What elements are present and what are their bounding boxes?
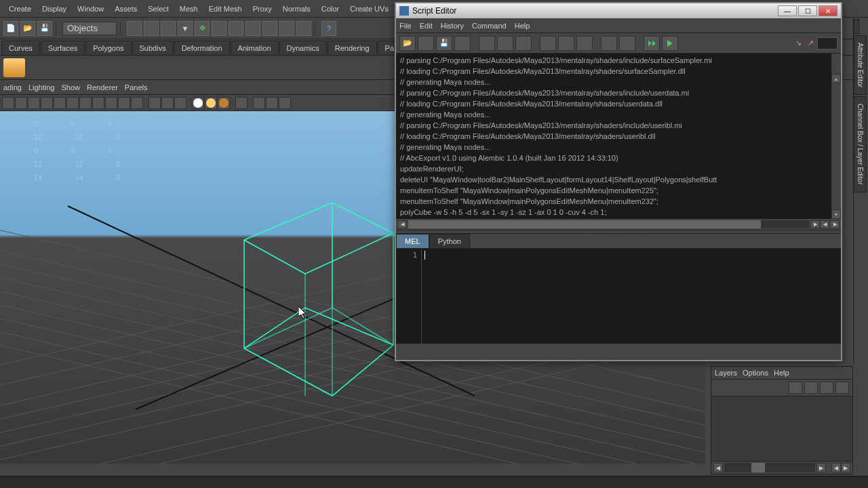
shelf-tab-deformation[interactable]: Deformation <box>174 41 230 55</box>
vp-tool-icon[interactable] <box>118 97 130 109</box>
layers-list[interactable] <box>711 396 852 461</box>
snap-grid-icon[interactable] <box>245 21 260 36</box>
layers-scrollbar[interactable]: ◀ ▶ ◀ ▶ <box>711 461 852 474</box>
menu-assets[interactable]: Assets <box>109 2 142 16</box>
save-script-icon[interactable]: 💾 <box>436 36 452 51</box>
vp-tool-icon[interactable] <box>92 97 104 109</box>
clear-all-icon[interactable] <box>515 36 532 51</box>
shelf-tab-surfaces[interactable]: Surfaces <box>41 41 85 55</box>
snap-point-icon[interactable] <box>279 21 294 36</box>
vp-tool-icon[interactable] <box>15 97 27 109</box>
script-editor-titlebar[interactable]: Script Editor — ☐ ✕ <box>396 3 841 18</box>
menu-create[interactable]: Create <box>3 2 37 16</box>
vp-tool-icon[interactable] <box>105 97 117 109</box>
tool-dropdown-icon[interactable]: ▼ <box>178 21 193 36</box>
vp-tool-icon[interactable] <box>54 97 66 109</box>
se-menu-command[interactable]: Command <box>472 22 507 30</box>
vp-tool-icon[interactable] <box>279 97 291 109</box>
layers-menu-help[interactable]: Help <box>774 369 789 377</box>
layer-icon[interactable] <box>789 382 802 394</box>
vp-tool-icon[interactable] <box>253 97 265 109</box>
vp-menu-lighting[interactable]: Lighting <box>28 83 55 92</box>
scroll-left-icon[interactable]: ◀ <box>713 463 723 472</box>
snap-curve-icon[interactable] <box>262 21 277 36</box>
shelf-tab-subdivs[interactable]: Subdivs <box>132 41 174 55</box>
code-input[interactable] <box>422 249 841 344</box>
search-input[interactable] <box>817 37 837 49</box>
light-all-icon[interactable] <box>218 97 230 109</box>
snap-plane-icon[interactable] <box>296 21 311 36</box>
vp-tool-icon[interactable] <box>266 97 278 109</box>
script-editor-output[interactable]: // parsing C:/Program Files/Autodesk/May… <box>396 54 841 219</box>
clear-input-icon[interactable] <box>497 36 513 51</box>
vp-tool-icon[interactable] <box>174 97 186 109</box>
save-to-shelf-icon[interactable] <box>454 36 471 51</box>
scroll-right-icon[interactable]: ▶ <box>830 220 840 228</box>
menu-editmesh[interactable]: Edit Mesh <box>203 2 248 16</box>
tool-icon[interactable] <box>127 21 142 36</box>
show-input-icon[interactable] <box>576 36 593 51</box>
right-tab-attribute-editor[interactable]: Attribute Editor <box>854 35 867 95</box>
menu-mesh[interactable]: Mesh <box>174 2 203 16</box>
right-tab-toolsettings[interactable] <box>854 19 859 34</box>
scroll-down-icon[interactable]: ▼ <box>831 209 841 219</box>
open-script-icon[interactable]: 📂 <box>399 36 416 51</box>
menu-window[interactable]: Window <box>72 2 109 16</box>
menu-color[interactable]: Color <box>316 2 344 16</box>
menu-proxy[interactable]: Proxy <box>248 2 277 16</box>
echo-commands-icon[interactable] <box>601 36 617 51</box>
scroll-left-icon[interactable]: ◀ <box>831 463 841 472</box>
scroll-right-icon[interactable]: ▶ <box>810 220 820 228</box>
se-menu-history[interactable]: History <box>441 22 464 30</box>
new-scene-icon[interactable]: 📄 <box>3 21 18 36</box>
shelf-tab-dynamics[interactable]: Dynamics <box>279 41 327 55</box>
tool-icon[interactable] <box>161 21 176 36</box>
help-icon[interactable]: ? <box>321 21 336 36</box>
close-button[interactable]: ✕ <box>818 5 837 16</box>
light-off-icon[interactable] <box>192 97 204 109</box>
vp-tool-icon[interactable] <box>41 97 53 109</box>
execute-all-button[interactable] <box>644 36 660 51</box>
menu-normals[interactable]: Normals <box>277 2 316 16</box>
layer-icon[interactable] <box>820 382 833 394</box>
se-menu-file[interactable]: File <box>399 22 412 30</box>
tab-python[interactable]: Python <box>429 234 470 248</box>
output-hscrollbar[interactable]: ◀ ▶ ◀ ▶ <box>396 219 841 230</box>
vp-menu-renderer[interactable]: Renderer <box>87 83 118 92</box>
vp-tool-icon[interactable] <box>131 97 143 109</box>
vp-tool-icon[interactable] <box>79 97 92 109</box>
vp-menu-panels[interactable]: Panels <box>125 83 148 92</box>
layer-icon[interactable] <box>835 382 849 394</box>
tab-mel[interactable]: MEL <box>396 234 429 248</box>
scroll-left-icon[interactable]: ◀ <box>397 220 407 228</box>
source-script-icon[interactable] <box>418 36 434 51</box>
right-tab-channel-box[interactable]: Channel Box / Layer Editor <box>854 96 867 192</box>
menu-select[interactable]: Select <box>142 2 174 16</box>
show-both-icon[interactable] <box>558 36 574 51</box>
tool-icon[interactable] <box>144 21 159 36</box>
search-up-icon[interactable]: ↘ <box>793 38 804 49</box>
script-editor-input[interactable]: 1 <box>396 249 841 344</box>
scale-tool-icon[interactable] <box>229 21 243 36</box>
scroll-right-icon[interactable]: ▶ <box>841 463 850 472</box>
open-scene-icon[interactable]: 📂 <box>20 21 35 36</box>
vp-tool-icon[interactable] <box>149 97 161 109</box>
output-vscrollbar[interactable]: ▲ ▼ <box>831 54 841 219</box>
se-menu-edit[interactable]: Edit <box>420 22 433 30</box>
selection-mode-combo[interactable] <box>62 22 117 35</box>
shelf-item-icon[interactable] <box>3 58 25 77</box>
vp-tool-icon[interactable] <box>28 97 40 109</box>
shelf-tab-rendering[interactable]: Rendering <box>328 41 377 55</box>
vp-menu-shading[interactable]: ading <box>3 83 22 92</box>
maximize-button[interactable]: ☐ <box>798 5 817 16</box>
light-default-icon[interactable] <box>205 97 217 109</box>
menu-createuvs[interactable]: Create UVs <box>344 2 394 16</box>
se-menu-help[interactable]: Help <box>515 22 530 30</box>
shelf-tab-polygons[interactable]: Polygons <box>85 41 131 55</box>
line-numbers-icon[interactable] <box>619 36 635 51</box>
scroll-left-icon[interactable]: ◀ <box>820 220 829 228</box>
search-down-icon[interactable]: ↗ <box>805 38 816 49</box>
layers-menu-layers[interactable]: Layers <box>715 369 737 377</box>
show-history-icon[interactable] <box>540 36 556 51</box>
scroll-up-icon[interactable]: ▲ <box>831 74 841 83</box>
